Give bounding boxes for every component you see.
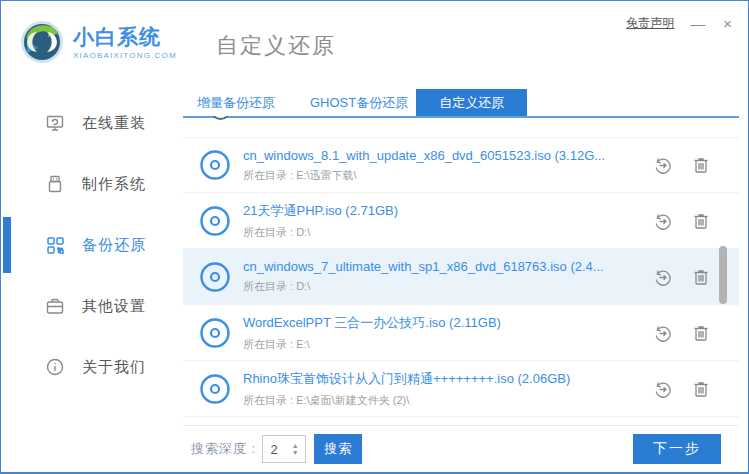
brand-text: 小白系统 XIAOBAIXITONG.COM xyxy=(73,25,177,60)
iso-item-path: 所在目录 : E:\ xyxy=(243,337,645,352)
tab-ghost-backup-restore[interactable]: GHOST备份还原 xyxy=(310,89,408,116)
usb-icon xyxy=(45,174,65,194)
footer-bar: 搜索深度 : ▲ ▼ 搜索 下一步 xyxy=(183,425,739,472)
tab-custom-restore[interactable]: 自定义还原 xyxy=(416,89,527,116)
delete-icon[interactable] xyxy=(691,267,711,287)
restore-icon[interactable] xyxy=(653,211,673,231)
disc-icon xyxy=(199,261,231,293)
briefcase-icon xyxy=(45,296,65,316)
disc-icon xyxy=(199,373,231,405)
disc-icon-partial xyxy=(210,116,231,120)
search-depth-label: 搜索深度 : xyxy=(191,440,256,458)
iso-file-list: cn_windows_8.1_with_update_x86_dvd_60515… xyxy=(183,116,739,426)
header: 小白系统 XIAOBAIXITONG.COM 自定义还原 免责声明 — × xyxy=(1,1,748,87)
restore-icon[interactable] xyxy=(653,267,673,287)
iso-item-actions xyxy=(653,267,711,287)
brand: 小白系统 XIAOBAIXITONG.COM xyxy=(19,19,177,65)
iso-item-text: Rhino珠宝首饰设计从入门到精通++++++++.iso (2.06GB) 所… xyxy=(243,370,653,408)
page-title: 自定义还原 xyxy=(216,31,336,61)
scrollbar-thumb[interactable] xyxy=(719,246,727,304)
window-controls: 免责声明 — × xyxy=(626,15,734,32)
iso-list-item[interactable]: cn_windows_8.1_with_update_x86_dvd_60515… xyxy=(183,137,739,193)
sidebar: 在线重装 制作系统 备份还原 其他设置 xyxy=(1,87,183,472)
list-rows: cn_windows_8.1_with_update_x86_dvd_60515… xyxy=(183,137,739,417)
iso-item-path: 所在目录 : D:\ xyxy=(243,225,645,240)
iso-item-text: cn_windows_7_ultimate_with_sp1_x86_dvd_6… xyxy=(243,259,653,294)
info-icon xyxy=(45,357,65,377)
delete-icon[interactable] xyxy=(691,155,711,175)
iso-list-item-selected[interactable]: cn_windows_7_ultimate_with_sp1_x86_dvd_6… xyxy=(183,249,739,305)
iso-list-item[interactable]: 21天学通PHP.iso (2.71GB) 所在目录 : D:\ xyxy=(183,193,739,249)
sidebar-item-backup-restore[interactable]: 备份还原 xyxy=(1,230,183,260)
grid-icon xyxy=(45,235,65,255)
iso-item-text: 21天学通PHP.iso (2.71GB) 所在目录 : D:\ xyxy=(243,202,653,240)
sidebar-item-about-us[interactable]: 关于我们 xyxy=(1,352,183,382)
brand-domain: XIAOBAIXITONG.COM xyxy=(73,51,177,60)
sidebar-item-label: 制作系统 xyxy=(82,175,146,194)
iso-item-actions xyxy=(653,155,711,175)
sidebar-item-other-settings[interactable]: 其他设置 xyxy=(1,291,183,321)
iso-item-title: cn_windows_7_ultimate_with_sp1_x86_dvd_6… xyxy=(243,259,645,274)
tab-incremental-backup-restore[interactable]: 增量备份还原 xyxy=(197,89,275,116)
sidebar-item-label: 在线重装 xyxy=(82,114,146,133)
sidebar-item-online-reinstall[interactable]: 在线重装 xyxy=(1,108,183,138)
iso-item-title: Rhino珠宝首饰设计从入门到精通++++++++.iso (2.06GB) xyxy=(243,370,645,388)
brand-logo-icon xyxy=(19,19,65,65)
close-icon[interactable]: × xyxy=(721,16,734,32)
disclaimer-link[interactable]: 免责声明 xyxy=(626,15,674,32)
disc-icon xyxy=(199,317,231,349)
disc-icon xyxy=(199,205,231,237)
iso-item-path: 所在目录 : E:\桌面\新建文件夹 (2)\ xyxy=(243,393,645,408)
sidebar-item-label: 其他设置 xyxy=(82,297,146,316)
search-depth-stepper: ▲ ▼ xyxy=(262,435,306,463)
main-panel: 增量备份还原 GHOST备份还原 自定义还原 cn_windows_8.1_wi… xyxy=(183,87,739,472)
next-step-button[interactable]: 下一步 xyxy=(633,434,721,464)
iso-item-title: cn_windows_8.1_with_update_x86_dvd_60515… xyxy=(243,148,645,163)
minimize-icon[interactable]: — xyxy=(688,16,707,32)
sidebar-item-label: 备份还原 xyxy=(82,236,146,255)
restore-icon[interactable] xyxy=(653,323,673,343)
iso-item-actions xyxy=(653,211,711,231)
monitor-icon xyxy=(45,113,65,133)
iso-item-text: WordExcelPPT 三合一办公技巧.iso (2.11GB) 所在目录 :… xyxy=(243,314,653,352)
stepper-up-icon[interactable]: ▲ xyxy=(292,442,299,449)
brand-name: 小白系统 xyxy=(73,25,177,49)
iso-list-item[interactable]: WordExcelPPT 三合一办公技巧.iso (2.11GB) 所在目录 :… xyxy=(183,305,739,361)
iso-item-path: 所在目录 : E:\迅雷下载\ xyxy=(243,168,645,183)
delete-icon[interactable] xyxy=(691,379,711,399)
iso-list-item[interactable]: Rhino珠宝首饰设计从入门到精通++++++++.iso (2.06GB) 所… xyxy=(183,361,739,417)
tab-bar: 增量备份还原 GHOST备份还原 自定义还原 xyxy=(183,89,739,118)
delete-icon[interactable] xyxy=(691,211,711,231)
iso-item-actions xyxy=(653,323,711,343)
sidebar-item-label: 关于我们 xyxy=(82,358,146,377)
iso-item-path: 所在目录 : D:\ xyxy=(243,279,645,294)
app-window: 小白系统 XIAOBAIXITONG.COM 自定义还原 免责声明 — × 在线… xyxy=(0,0,749,474)
sidebar-item-make-system[interactable]: 制作系统 xyxy=(1,169,183,199)
search-depth-input[interactable] xyxy=(263,436,285,462)
disc-icon xyxy=(199,149,231,181)
stepper-down-icon[interactable]: ▼ xyxy=(292,449,299,456)
restore-icon[interactable] xyxy=(653,379,673,399)
search-button[interactable]: 搜索 xyxy=(314,434,362,464)
stepper-arrows: ▲ ▼ xyxy=(285,436,305,462)
iso-item-title: 21天学通PHP.iso (2.71GB) xyxy=(243,202,645,220)
restore-icon[interactable] xyxy=(653,155,673,175)
iso-item-text: cn_windows_8.1_with_update_x86_dvd_60515… xyxy=(243,148,653,183)
iso-item-title: WordExcelPPT 三合一办公技巧.iso (2.11GB) xyxy=(243,314,645,332)
delete-icon[interactable] xyxy=(691,323,711,343)
iso-item-actions xyxy=(653,379,711,399)
